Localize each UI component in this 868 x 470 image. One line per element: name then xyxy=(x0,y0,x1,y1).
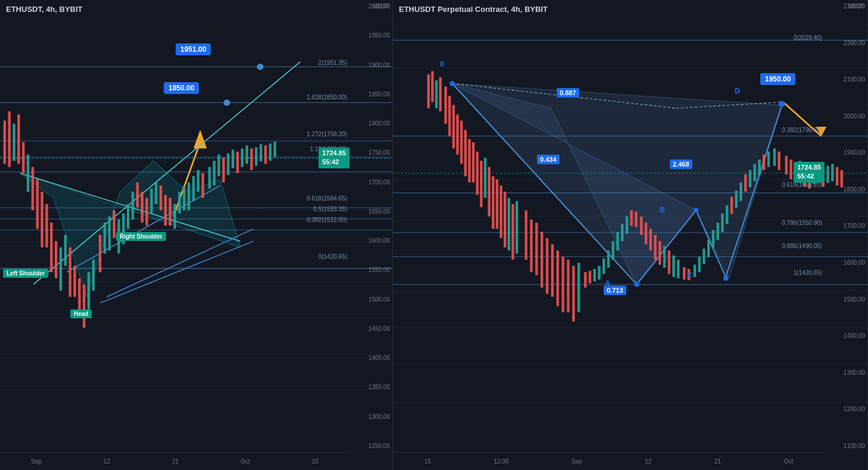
svg-rect-38 xyxy=(45,204,48,247)
svg-rect-147 xyxy=(561,256,564,312)
svg-rect-192 xyxy=(778,152,780,170)
svg-rect-39 xyxy=(50,223,52,272)
svg-rect-49 xyxy=(99,235,101,272)
rx-label-sep: Sep xyxy=(572,458,582,465)
svg-rect-67 xyxy=(183,186,185,211)
svg-rect-40 xyxy=(55,241,57,278)
svg-rect-69 xyxy=(192,176,195,201)
svg-rect-136 xyxy=(504,192,506,247)
x-label-21: 21 xyxy=(172,458,179,465)
svg-rect-60 xyxy=(150,189,152,214)
svg-rect-120 xyxy=(439,77,441,111)
ry-label-1900: 1900.00 xyxy=(825,149,867,156)
svg-rect-65 xyxy=(173,204,176,229)
svg-rect-46 xyxy=(83,284,85,328)
svg-rect-137 xyxy=(508,198,510,250)
fib-label-0618: 0.618(1584.65) xyxy=(307,195,347,202)
rx-label-oct: Oct xyxy=(784,458,794,465)
svg-rect-161 xyxy=(630,210,633,225)
svg-rect-183 xyxy=(735,190,738,208)
svg-rect-56 xyxy=(132,192,134,220)
y-label-1250: 1250.00 xyxy=(349,443,392,449)
point-c: C xyxy=(687,271,692,280)
svg-rect-176 xyxy=(702,249,705,264)
svg-rect-62 xyxy=(160,186,162,211)
svg-rect-42 xyxy=(64,235,67,266)
right-y-axis-unit: USDT xyxy=(848,3,864,10)
svg-rect-61 xyxy=(155,183,157,204)
svg-rect-181 xyxy=(726,205,728,224)
rx-label-15: 15 xyxy=(424,458,431,465)
svg-rect-68 xyxy=(188,183,190,211)
svg-rect-169 xyxy=(668,250,670,274)
svg-rect-35 xyxy=(32,167,34,211)
rx-label-1200: 12:00 xyxy=(494,458,508,465)
tp2-value: 1850.00 xyxy=(164,82,199,94)
svg-rect-82 xyxy=(255,147,257,165)
right-x-axis: 15 12:00 Sep 12 21 Oct xyxy=(393,452,825,470)
svg-rect-29 xyxy=(4,121,6,164)
tp2-group: TP 1850.00 xyxy=(164,83,179,93)
left-shoulder-label: Left Shoulder xyxy=(3,269,48,278)
svg-rect-64 xyxy=(169,198,171,226)
svg-rect-50 xyxy=(104,223,106,253)
rx-label-12: 12 xyxy=(645,458,651,465)
rtp-group: TP 1950.00 xyxy=(760,74,776,84)
wave-0434: 0.434 xyxy=(537,155,560,164)
fib-label-0382: 0.382(1522.00) xyxy=(307,217,347,223)
svg-rect-138 xyxy=(511,204,514,260)
svg-rect-158 xyxy=(616,232,619,250)
svg-rect-156 xyxy=(607,250,610,268)
svg-rect-191 xyxy=(773,148,776,165)
y-label-1900: 1900.00 xyxy=(349,62,392,68)
svg-rect-134 xyxy=(496,179,498,228)
svg-rect-160 xyxy=(626,217,628,234)
svg-rect-132 xyxy=(488,167,490,217)
left-chart-panel: ETHUSDT, 4h, BYBIT USDT xyxy=(0,0,393,470)
svg-rect-125 xyxy=(460,121,463,164)
svg-rect-152 xyxy=(589,271,591,283)
rfib-label-1: 1(1420.65) xyxy=(794,270,822,276)
svg-rect-84 xyxy=(264,145,267,164)
svg-rect-85 xyxy=(269,143,271,161)
svg-rect-167 xyxy=(658,241,661,265)
svg-rect-141 xyxy=(530,220,532,272)
svg-rect-142 xyxy=(535,223,538,275)
svg-rect-47 xyxy=(88,272,90,309)
svg-rect-73 xyxy=(213,161,216,186)
svg-rect-124 xyxy=(456,114,458,155)
rfib-label-0786: 0.786(1550.90) xyxy=(782,220,822,226)
left-chart-svg xyxy=(0,0,392,470)
fib-label-2: 2(1951.35) xyxy=(319,59,347,66)
svg-rect-159 xyxy=(621,224,623,241)
svg-rect-148 xyxy=(567,260,569,312)
left-y-axis: 2000.00 1950.00 1900.00 1850.00 1800.00 … xyxy=(349,0,392,452)
ry-label-2100: 2100.00 xyxy=(825,76,867,83)
ry-label-1400: 1400.00 xyxy=(825,333,867,339)
svg-rect-77 xyxy=(232,150,234,168)
rfib-label-0382: 0.382(1796.85) xyxy=(782,127,822,133)
svg-rect-153 xyxy=(594,269,596,281)
svg-rect-180 xyxy=(721,214,723,232)
right-y-axis: 2300.00 2200.00 2100.00 2000.00 1900.00 … xyxy=(825,0,867,452)
svg-point-206 xyxy=(449,81,455,86)
svg-rect-193 xyxy=(785,156,788,174)
svg-rect-55 xyxy=(127,204,129,229)
svg-rect-71 xyxy=(201,173,204,198)
svg-point-87 xyxy=(257,64,263,70)
svg-rect-166 xyxy=(654,235,656,260)
y-label-1300: 1300.00 xyxy=(349,413,392,420)
ry-label-1800: 1800.00 xyxy=(825,186,867,193)
ry-label-1600: 1600.00 xyxy=(825,259,867,266)
svg-rect-129 xyxy=(476,152,478,195)
svg-rect-135 xyxy=(499,186,502,238)
svg-rect-131 xyxy=(484,158,486,198)
wave-2468: 2.468 xyxy=(670,159,692,169)
y-label-1800: 1800.00 xyxy=(349,120,392,127)
fib-label-0: 0(1420.65) xyxy=(319,253,347,260)
head-label: Head xyxy=(70,309,92,318)
x-label-10: 10 xyxy=(312,458,319,465)
rx-label-21: 21 xyxy=(714,458,721,465)
svg-rect-34 xyxy=(27,155,29,192)
svg-rect-174 xyxy=(694,265,696,277)
